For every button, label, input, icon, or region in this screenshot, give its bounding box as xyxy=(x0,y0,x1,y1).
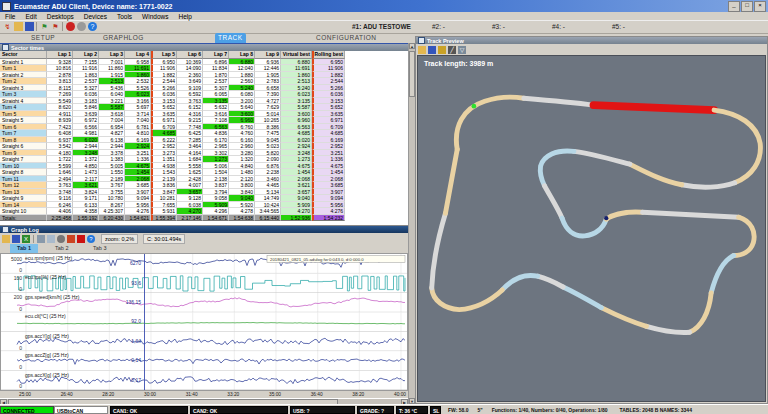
excel-export-icon[interactable]: X xyxy=(22,235,30,243)
save-icon[interactable] xyxy=(12,235,20,243)
lap-time-cell[interactable]: 6:20:430 xyxy=(99,215,125,222)
track-canvas[interactable]: Track length: 3989 m xyxy=(417,55,766,402)
marker-icon[interactable] xyxy=(67,235,75,243)
column-header[interactable]: Lap 4 xyxy=(125,51,151,59)
track-segment-blue xyxy=(502,275,537,290)
filter-icon[interactable]: ▽ xyxy=(458,46,466,54)
lap-time-cell[interactable]: 1:54:638 xyxy=(229,215,255,222)
open-icon[interactable] xyxy=(418,46,426,54)
menu-item-windows[interactable]: Windows xyxy=(142,13,168,20)
track-map xyxy=(418,56,768,404)
open-icon[interactable] xyxy=(2,235,10,243)
record-icon[interactable] xyxy=(77,235,85,243)
column-header[interactable]: Lap 5 xyxy=(151,51,177,59)
column-header[interactable]: Lap 3 xyxy=(99,51,125,59)
cursor-value-label: 93,6 xyxy=(131,280,141,286)
graph-log-header[interactable]: Graph Log xyxy=(0,226,408,233)
menu-item-help[interactable]: Help xyxy=(178,13,191,20)
graph-tab-2[interactable]: Tab 2 xyxy=(48,244,75,253)
graph-tab-1[interactable]: Tab 1 xyxy=(10,244,38,253)
workspace-vertical-scrollbar[interactable]: ▲ ▼ xyxy=(408,43,415,404)
tab-graphlog[interactable]: GRAPHLOG xyxy=(100,33,147,43)
track-segment-white xyxy=(524,98,594,105)
track-segment-tan xyxy=(445,149,457,213)
connect-icon[interactable]: ↯ xyxy=(3,22,12,31)
chart-layout-icon[interactable] xyxy=(37,235,45,243)
lap-time-cell[interactable]: 1:54:621 xyxy=(125,215,151,222)
device-slot-5[interactable]: #5: - xyxy=(612,23,625,30)
sector-times-header[interactable]: Sector times xyxy=(0,44,408,51)
track-segment-white xyxy=(682,183,735,187)
status-segment: CAN2: OK xyxy=(190,406,288,414)
menu-item-desktops[interactable]: Desktops xyxy=(47,13,74,20)
device-slot-4[interactable]: #4: - xyxy=(552,23,565,30)
column-header[interactable]: Rolling best xyxy=(312,51,345,59)
sector-times-panel: Sector times SectorLap 1Lap 2Lap 3Lap 4L… xyxy=(0,43,408,225)
sector-name-cell[interactable]: Totals: xyxy=(0,215,47,222)
device-slot-2[interactable]: #2: - xyxy=(432,23,445,30)
rolling-best-cell[interactable]: 1:54:232 xyxy=(312,215,345,222)
column-header[interactable]: Lap 9 xyxy=(255,51,281,59)
import-flag-icon[interactable]: ⚑ xyxy=(40,22,49,31)
device-slot-3[interactable]: #3: - xyxy=(492,23,505,30)
stop-icon[interactable] xyxy=(66,22,75,31)
column-header[interactable]: Sector xyxy=(0,51,47,59)
column-header[interactable]: Lap 1 xyxy=(47,51,73,59)
lap-time-cell[interactable]: 6:15:440 xyxy=(255,215,281,222)
column-header[interactable]: Lap 6 xyxy=(177,51,203,59)
sector-times-title: Sector times xyxy=(11,45,44,51)
table-header-row: SectorLap 1Lap 2Lap 3Lap 4Lap 5Lap 6Lap … xyxy=(0,51,408,59)
save-icon[interactable] xyxy=(428,46,436,54)
track-preview-header[interactable]: Track Preview xyxy=(416,37,767,44)
channel-min-label: 0 xyxy=(19,286,22,292)
lap-time-cell[interactable]: 2:25:458 xyxy=(47,215,73,222)
chart-overlay-icon[interactable] xyxy=(47,235,55,243)
close-button[interactable]: × xyxy=(754,1,766,12)
wand-icon[interactable] xyxy=(438,46,446,54)
pencil-icon[interactable]: ╱ xyxy=(448,46,456,54)
graph-toolbar: X?zoom: 0,2%C: 30:01.494s xyxy=(0,233,408,244)
device-slot-1[interactable]: #1: ADU TESTOWE xyxy=(352,23,411,30)
track-segment-tan xyxy=(432,288,503,310)
track-segment-tan xyxy=(456,97,524,149)
track-segment-tan xyxy=(601,308,646,327)
save-icon[interactable] xyxy=(25,22,34,31)
maximize-button[interactable]: □ xyxy=(741,1,753,12)
column-header[interactable]: Lap 7 xyxy=(203,51,229,59)
toolbar-separator xyxy=(62,22,63,31)
help-icon[interactable]: ? xyxy=(88,22,97,31)
channel-min-label: 0 xyxy=(19,306,22,312)
lap-time-cell[interactable]: 1:54:671 xyxy=(203,215,229,222)
menu-item-tools[interactable]: Tools xyxy=(117,13,132,20)
sector-times-table: SectorLap 1Lap 2Lap 3Lap 4Lap 5Lap 6Lap … xyxy=(0,51,408,225)
menu-item-file[interactable]: File xyxy=(5,13,15,20)
zoom-tool-icon[interactable] xyxy=(57,235,65,243)
graph-plot-area[interactable]: ecu.rpm[rpm] (25 Hz)500006270ecu.tps[%] … xyxy=(0,253,408,391)
track-segment-blue xyxy=(540,151,574,186)
tab-configuration[interactable]: CONFIGURATION xyxy=(313,33,380,43)
column-header[interactable]: Lap 2 xyxy=(73,51,99,59)
start-marker xyxy=(472,104,477,109)
cursor-time-label: C: 30:01.494s xyxy=(143,234,185,244)
x-tick-label: 35:00 xyxy=(263,392,287,397)
lap-time-cell[interactable]: 2:17:146 xyxy=(177,215,203,222)
status-segment: TABLES: 2048 B NAMES: 3344 xyxy=(618,406,694,414)
virtual-best-cell[interactable]: 1:52:936 xyxy=(281,215,312,222)
channel-name-label: ecu.tps[%] (25 Hz) xyxy=(25,274,66,280)
open-icon[interactable] xyxy=(14,22,23,31)
settings-icon[interactable] xyxy=(77,22,86,31)
column-header[interactable]: Lap 8 xyxy=(229,51,255,59)
tab-setup[interactable]: SETUP xyxy=(28,33,58,43)
graph-tab-3[interactable]: Tab 3 xyxy=(86,244,113,253)
menu-item-edit[interactable]: Edit xyxy=(25,13,36,20)
column-header[interactable]: Virtual best xyxy=(281,51,312,59)
menu-item-devices[interactable]: Devices xyxy=(84,13,107,20)
track-segment-white xyxy=(544,186,562,218)
export-flag-icon[interactable]: ⚑ xyxy=(51,22,60,31)
track-segment-white xyxy=(646,326,689,332)
help-icon[interactable]: ? xyxy=(87,235,95,243)
lap-time-cell[interactable]: 1:55:192 xyxy=(73,215,99,222)
tab-track[interactable]: TRACK xyxy=(215,33,246,43)
lap-time-cell[interactable]: 1:55:394 xyxy=(151,215,177,222)
minimize-button[interactable]: _ xyxy=(728,1,740,12)
